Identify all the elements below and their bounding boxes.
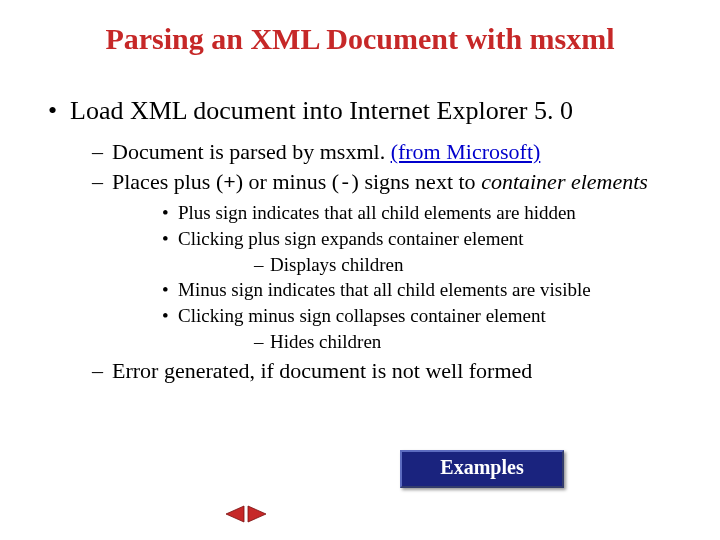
bullet-list-level4b: Hides children [178, 330, 690, 354]
bullet-list-level1: Load XML document into Internet Explorer… [48, 95, 690, 384]
bullet-list-level4a: Displays children [178, 253, 690, 277]
nav-controls [225, 505, 267, 523]
sub-minus-visible: Minus sign indicates that all child elem… [112, 278, 690, 302]
sub-plus-hidden: Plus sign indicates that all child eleme… [112, 201, 690, 225]
svg-marker-1 [248, 506, 266, 522]
bullet-list-level2: Document is parsed by msxml. (from Micro… [70, 138, 690, 385]
sub-displays-children: Displays children [178, 253, 690, 277]
sub-parsed-text: Document is parsed by msxml. [112, 139, 391, 164]
sub-click-minus-text: Clicking minus sign collapses container … [178, 305, 546, 326]
plus-sign-glyph: + [223, 172, 236, 195]
container-elements-italic: container elements [481, 169, 648, 194]
places-post: ) signs next to [352, 169, 482, 194]
places-pre: Places plus ( [112, 169, 223, 194]
sub-click-minus-collapses: Clicking minus sign collapses container … [112, 304, 690, 354]
prev-arrow-icon[interactable] [225, 505, 245, 523]
sub-error-generated: Error generated, if document is not well… [70, 357, 690, 385]
slide-title: Parsing an XML Document with msxml [0, 22, 720, 56]
next-arrow-icon[interactable] [247, 505, 267, 523]
bullet-load-xml-text: Load XML document into Internet Explorer… [70, 96, 573, 125]
places-mid: ) or minus ( [236, 169, 339, 194]
minus-sign-glyph: - [339, 172, 352, 195]
svg-marker-0 [226, 506, 244, 522]
examples-button[interactable]: Examples [400, 450, 564, 488]
sub-places-plus-minus: Places plus (+) or minus (-) signs next … [70, 168, 690, 354]
slide-body: Load XML document into Internet Explorer… [48, 95, 690, 390]
sub-click-plus-text: Clicking plus sign expands container ele… [178, 228, 524, 249]
sub-hides-children: Hides children [178, 330, 690, 354]
link-from-microsoft[interactable]: (from Microsoft) [391, 139, 541, 164]
sub-click-plus-expands: Clicking plus sign expands container ele… [112, 227, 690, 277]
bullet-load-xml: Load XML document into Internet Explorer… [48, 95, 690, 384]
bullet-list-level3: Plus sign indicates that all child eleme… [112, 201, 690, 354]
sub-parsed-by-msxml: Document is parsed by msxml. (from Micro… [70, 138, 690, 166]
slide: Parsing an XML Document with msxml Load … [0, 0, 720, 540]
